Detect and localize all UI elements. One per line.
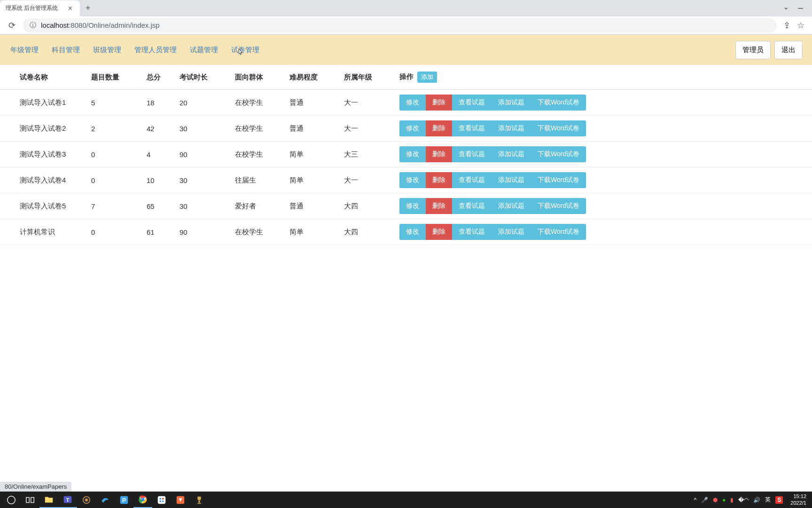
cell-audience: 在校学生 <box>228 116 283 142</box>
cell-audience: 在校学生 <box>228 219 283 245</box>
cell-count: 2 <box>85 116 140 142</box>
cell-count: 7 <box>85 193 140 219</box>
papers-table: 试卷名称 题目数量 总分 考试时长 面向群体 难易程度 所属年级 操作 添加 测… <box>0 65 812 245</box>
share-icon[interactable]: ⇪ <box>783 20 790 31</box>
th-difficulty: 难易程度 <box>283 65 337 90</box>
nav-links: 年级管理 科目管理 班级管理 管理人员管理 试题管理 试卷管理 <box>9 46 259 55</box>
edit-button[interactable]: 修改 <box>399 120 426 136</box>
cell-difficulty: 简单 <box>283 167 337 193</box>
edit-button[interactable]: 修改 <box>399 172 426 188</box>
view-questions-button[interactable]: 查看试题 <box>452 146 492 162</box>
edit-button[interactable]: 修改 <box>399 198 426 214</box>
nav-paper[interactable]: 试卷管理 <box>231 46 259 55</box>
cell-name: 计算机常识 <box>0 219 85 245</box>
top-nav: 年级管理 科目管理 班级管理 管理人员管理 试题管理 试卷管理 管理员 退出 <box>0 35 812 65</box>
nav-class[interactable]: 班级管理 <box>93 46 121 55</box>
cell-duration: 30 <box>173 167 228 193</box>
cell-total: 61 <box>140 219 173 245</box>
logout-button[interactable]: 退出 <box>774 41 803 59</box>
url-port: :8080 <box>69 21 86 29</box>
cell-count: 0 <box>85 167 140 193</box>
address-bar: ⟳ ⓘ localhost:8080/Online/admin/index.js… <box>0 16 812 34</box>
nav-grade[interactable]: 年级管理 <box>10 46 39 55</box>
add-question-button[interactable]: 添加试题 <box>492 95 531 111</box>
close-icon[interactable]: × <box>66 4 74 13</box>
cell-name: 测试导入试卷5 <box>0 193 85 219</box>
view-questions-button[interactable]: 查看试题 <box>452 198 492 214</box>
browser-chrome: 理系统 后台管理系统 × + ⌄ − ⟳ ⓘ localhost:8080/On… <box>0 0 812 35</box>
cell-grade: 大四 <box>337 193 393 219</box>
add-question-button[interactable]: 添加试题 <box>492 224 531 240</box>
cell-grade: 大三 <box>337 142 393 167</box>
download-word-button[interactable]: 下载Word试卷 <box>531 224 586 240</box>
cell-duration: 90 <box>173 219 228 245</box>
add-question-button[interactable]: 添加试题 <box>492 120 531 136</box>
download-word-button[interactable]: 下载Word试卷 <box>531 146 586 162</box>
delete-button[interactable]: 删除 <box>426 95 452 111</box>
view-questions-button[interactable]: 查看试题 <box>452 120 492 136</box>
nav-admin[interactable]: 管理人员管理 <box>134 46 177 55</box>
download-word-button[interactable]: 下载Word试卷 <box>531 172 586 188</box>
tab-title: 理系统 后台管理系统 <box>6 4 58 12</box>
cell-total: 42 <box>140 116 173 142</box>
view-questions-button[interactable]: 查看试题 <box>452 172 492 188</box>
admin-button[interactable]: 管理员 <box>735 41 771 59</box>
download-word-button[interactable]: 下载Word试卷 <box>531 198 586 214</box>
reload-icon[interactable]: ⟳ <box>5 20 19 31</box>
star-icon[interactable]: ☆ <box>797 20 804 31</box>
add-paper-button[interactable]: 添加 <box>417 71 437 83</box>
nav-subject[interactable]: 科目管理 <box>52 46 80 55</box>
table-row: 计算机常识06190在校学生简单大四修改删除查看试题添加试题下载Word试卷 <box>0 219 812 245</box>
th-total: 总分 <box>140 65 173 90</box>
delete-button[interactable]: 删除 <box>426 120 452 136</box>
view-questions-button[interactable]: 查看试题 <box>452 95 492 111</box>
table-row: 测试导入试卷401030往届生简单大一修改删除查看试题添加试题下载Word试卷 <box>0 167 812 193</box>
edit-button[interactable]: 修改 <box>399 224 426 240</box>
add-question-button[interactable]: 添加试题 <box>492 146 531 162</box>
cell-grade: 大一 <box>337 167 393 193</box>
th-audience: 面向群体 <box>228 65 283 90</box>
delete-button[interactable]: 删除 <box>426 146 452 162</box>
cell-difficulty: 普通 <box>283 193 337 219</box>
view-questions-button[interactable]: 查看试题 <box>452 224 492 240</box>
site-info-icon[interactable]: ⓘ <box>30 21 36 30</box>
table-row: 测试导入试卷151820在校学生普通大一修改删除查看试题添加试题下载Word试卷 <box>0 90 812 116</box>
th-name: 试卷名称 <box>0 65 85 90</box>
cell-actions: 修改删除查看试题添加试题下载Word试卷 <box>393 219 812 245</box>
cell-difficulty: 普通 <box>283 90 337 116</box>
cell-actions: 修改删除查看试题添加试题下载Word试卷 <box>393 116 812 142</box>
cell-name: 测试导入试卷1 <box>0 90 85 116</box>
th-ops: 操作 添加 <box>393 65 812 90</box>
browser-tab[interactable]: 理系统 后台管理系统 × <box>0 0 80 16</box>
cell-count: 0 <box>85 219 140 245</box>
cell-audience: 爱好者 <box>228 193 283 219</box>
add-question-button[interactable]: 添加试题 <box>492 172 531 188</box>
edit-button[interactable]: 修改 <box>399 95 426 111</box>
cell-grade: 大一 <box>337 116 393 142</box>
delete-button[interactable]: 删除 <box>426 172 452 188</box>
cell-actions: 修改删除查看试题添加试题下载Word试卷 <box>393 167 812 193</box>
cell-name: 测试导入试卷4 <box>0 167 85 193</box>
download-word-button[interactable]: 下载Word试卷 <box>531 120 586 136</box>
cell-total: 18 <box>140 90 173 116</box>
chevron-down-icon[interactable]: ⌄ <box>783 2 789 15</box>
new-tab-button[interactable]: + <box>80 3 96 13</box>
url-path: /Online/admin/index.jsp <box>86 21 160 29</box>
cell-audience: 在校学生 <box>228 142 283 167</box>
edit-button[interactable]: 修改 <box>399 146 426 162</box>
cell-grade: 大一 <box>337 90 393 116</box>
nav-question[interactable]: 试题管理 <box>190 46 218 55</box>
url-input[interactable]: ⓘ localhost:8080/Online/admin/index.jsp <box>23 18 777 32</box>
download-word-button[interactable]: 下载Word试卷 <box>531 95 586 111</box>
table-row: 测试导入试卷576530爱好者普通大四修改删除查看试题添加试题下载Word试卷 <box>0 193 812 219</box>
th-count: 题目数量 <box>85 65 140 90</box>
delete-button[interactable]: 删除 <box>426 198 452 214</box>
add-question-button[interactable]: 添加试题 <box>492 198 531 214</box>
th-duration: 考试时长 <box>173 65 228 90</box>
delete-button[interactable]: 删除 <box>426 224 452 240</box>
cell-duration: 20 <box>173 90 228 116</box>
minimize-icon[interactable]: − <box>797 2 804 15</box>
cell-actions: 修改删除查看试题添加试题下载Word试卷 <box>393 193 812 219</box>
table-row: 测试导入试卷30490在校学生简单大三修改删除查看试题添加试题下载Word试卷 <box>0 142 812 167</box>
cell-name: 测试导入试卷3 <box>0 142 85 167</box>
